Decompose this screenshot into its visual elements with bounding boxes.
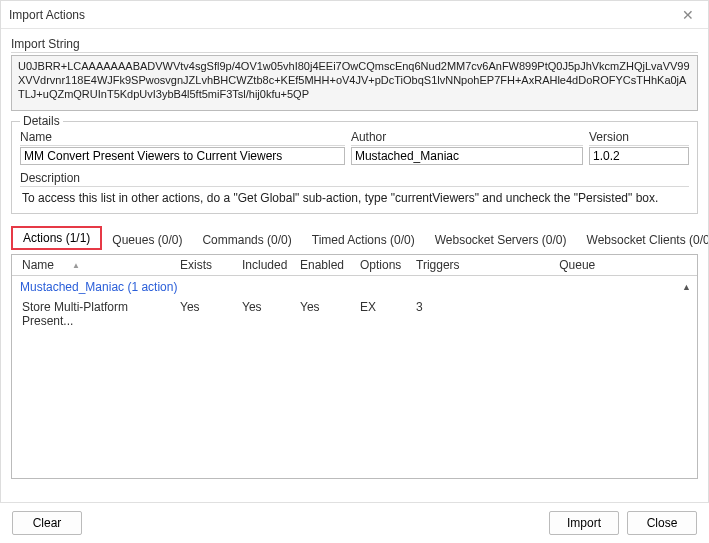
actions-grid: Name▲ Exists Included Enabled Options Tr… (11, 254, 698, 479)
version-field[interactable] (589, 147, 689, 165)
close-button[interactable]: Close (627, 511, 697, 535)
tab-bar: Actions (1/1) Queues (0/0) Commands (0/0… (11, 226, 698, 250)
cell-triggers: 3 (412, 300, 462, 328)
col-header-exists[interactable]: Exists (176, 258, 238, 272)
table-row[interactable]: Store Multi-Platform Present... Yes Yes … (12, 298, 697, 330)
close-icon[interactable]: ✕ (676, 5, 700, 25)
col-header-options[interactable]: Options (356, 258, 412, 272)
import-string-label: Import String (11, 37, 698, 53)
import-string-input[interactable]: U0JBRR+LCAAAAAAABADVWVtv4sgSfl9p/4OV1w05… (11, 55, 698, 111)
collapse-arrow-icon: ▲ (682, 282, 691, 292)
cell-queue (462, 300, 691, 328)
description-value: To access this list in other actions, do… (20, 188, 689, 207)
col-header-enabled[interactable]: Enabled (296, 258, 356, 272)
tab-commands[interactable]: Commands (0/0) (192, 230, 301, 250)
col-header-triggers[interactable]: Triggers (412, 258, 464, 272)
author-label: Author (351, 130, 583, 146)
grid-header: Name▲ Exists Included Enabled Options Tr… (12, 255, 697, 276)
author-field[interactable] (351, 147, 583, 165)
version-label: Version (589, 130, 689, 146)
group-label: Mustached_Maniac (1 action) (20, 280, 177, 294)
cell-options: EX (356, 300, 412, 328)
tab-actions[interactable]: Actions (1/1) (11, 226, 102, 250)
tab-timed-actions[interactable]: Timed Actions (0/0) (302, 230, 425, 250)
cell-enabled: Yes (296, 300, 356, 328)
import-button[interactable]: Import (549, 511, 619, 535)
name-field[interactable] (20, 147, 345, 165)
tab-websocket-clients[interactable]: Websocket Clients (0/0) (577, 230, 709, 250)
clear-button[interactable]: Clear (12, 511, 82, 535)
col-header-name[interactable]: Name▲ (18, 258, 176, 272)
tab-queues[interactable]: Queues (0/0) (102, 230, 192, 250)
tab-websocket-servers[interactable]: Websocket Servers (0/0) (425, 230, 577, 250)
details-legend: Details (20, 114, 63, 128)
group-row[interactable]: Mustached_Maniac (1 action) ▲ (12, 276, 697, 298)
details-fieldset: Details Name Author Version Description … (11, 121, 698, 214)
description-label: Description (20, 171, 689, 187)
sort-caret-icon: ▲ (72, 261, 80, 270)
col-header-included[interactable]: Included (238, 258, 296, 272)
col-header-queue[interactable]: Queue (464, 258, 691, 272)
name-label: Name (20, 130, 345, 146)
cell-exists: Yes (176, 300, 238, 328)
footer: Clear Import Close (0, 502, 709, 543)
cell-name: Store Multi-Platform Present... (18, 300, 176, 328)
window-title: Import Actions (9, 8, 85, 22)
cell-included: Yes (238, 300, 296, 328)
